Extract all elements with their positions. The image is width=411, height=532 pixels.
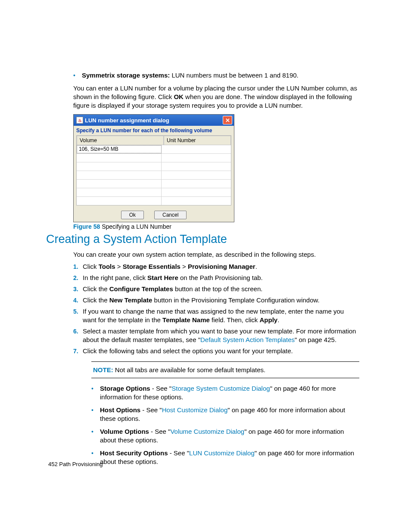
t: - See " (140, 406, 162, 414)
footer-section: Path Provisioning (58, 461, 103, 467)
bullet-rest: LUN numbers must be between 1 and 8190. (170, 72, 299, 79)
t: . (255, 263, 257, 270)
step-6: 6. Select a master template from which y… (73, 327, 359, 344)
step-1: 1. Click Tools > Storage Essentials > Pr… (73, 262, 359, 271)
bullet-icon: • (91, 427, 100, 445)
table-row[interactable] (77, 180, 231, 188)
t: - See " (168, 449, 190, 457)
table-row[interactable] (77, 171, 231, 180)
bullet-icon: • (91, 384, 100, 401)
section-heading: Creating a System Action Template (46, 233, 359, 246)
note-label: NOTE: (93, 366, 113, 373)
t: Template Name (162, 316, 210, 324)
t: Host Options (100, 406, 140, 414)
table-row[interactable] (77, 197, 231, 205)
bullet-text: Symmetrix storage systems: LUN numbers m… (82, 71, 359, 80)
t: Start Here (147, 274, 178, 281)
table-row[interactable]: 106, Size=50 MB (77, 145, 231, 154)
t: button at the top of the screen. (173, 285, 263, 292)
t: on the Path Provisioning tab. (178, 274, 263, 281)
step-3: 3. Click the Configure Templates button … (73, 285, 359, 293)
section-intro: You can create your own system action te… (73, 250, 359, 259)
marker: 2. (73, 274, 83, 282)
t: Click (83, 263, 99, 270)
t: Apply (259, 316, 277, 324)
bullet-icon: • (73, 71, 82, 80)
t: Provisioning Manager (188, 263, 255, 270)
t: Configure Templates (109, 285, 173, 292)
t: Click the (83, 285, 109, 292)
dialog-title: LUN number assignment dialog (85, 117, 169, 124)
marker: 3. (73, 285, 83, 293)
col-unit[interactable]: Unit Number (164, 136, 231, 145)
note-box: NOTE: Not all tabs are available for som… (91, 361, 359, 378)
table-row[interactable] (77, 162, 231, 171)
t: . (277, 316, 279, 324)
t: Host Security Options (100, 449, 168, 457)
t: Volume Options (100, 428, 149, 435)
intro-block: • Symmetrix storage systems: LUN numbers… (73, 71, 359, 230)
link-default-templates[interactable]: Default System Action Templates (200, 336, 295, 343)
table-header: Volume Unit Number (77, 136, 231, 145)
col-volume[interactable]: Volume (77, 136, 164, 145)
t: In the right pane, click (83, 274, 147, 281)
table-row[interactable] (77, 154, 231, 162)
link-lun-dialog[interactable]: LUN Customize Dialog (189, 449, 255, 457)
marker: 7. (73, 347, 83, 355)
page: • Symmetrix storage systems: LUN numbers… (0, 0, 411, 532)
option-host: • Host Options - See "Host Customize Dia… (91, 406, 359, 423)
t: button in the Provisioning Template Conf… (152, 296, 319, 304)
note-text: Not all tabs are available for some defa… (113, 366, 266, 373)
step-7: 7. Click the following tabs and select t… (73, 347, 359, 355)
cancel-button[interactable]: Cancel (154, 211, 187, 219)
option-host-security: • Host Security Options - See "LUN Custo… (91, 449, 359, 466)
t: Storage Options (100, 385, 150, 392)
intro-para: You can enter a LUN number for a volume … (73, 84, 359, 110)
t: - See " (150, 385, 172, 392)
t: " on page 425. (295, 336, 336, 343)
step-5: 5. If you want to change the name that w… (73, 307, 359, 324)
figure-caption: Figure 58 Specifying a LUN Number (73, 223, 359, 230)
t: Storage Essentials (123, 263, 181, 270)
options-list: • Storage Options - See "Storage System … (91, 384, 359, 466)
bullet-label: Symmetrix storage systems: (82, 72, 170, 79)
intro-bullet: • Symmetrix storage systems: LUN numbers… (73, 71, 359, 80)
link-host-dialog[interactable]: Host Customize Dialog (162, 406, 228, 414)
cell-volume: 106, Size=50 MB (77, 145, 162, 153)
t: OK (174, 93, 184, 100)
figure-label: Figure 58 (73, 223, 100, 230)
marker: 6. (73, 327, 83, 344)
marker: 1. (73, 262, 83, 271)
step-4: 4. Click the New Template button in the … (73, 296, 359, 305)
t: Click the following tabs and select the … (83, 347, 293, 355)
lun-dialog: ♨ LUN number assignment dialog ✕ Specify… (73, 114, 234, 222)
page-number: 452 (48, 461, 58, 467)
section-body: You can create your own system action te… (73, 250, 359, 466)
dialog-subtitle: Specify a LUN number for each of the fol… (74, 126, 234, 134)
link-storage-dialog[interactable]: Storage System Customize Dialog (171, 385, 270, 392)
dialog-buttons: Ok Cancel (74, 208, 234, 222)
java-icon: ♨ (76, 117, 83, 124)
t: > (181, 263, 188, 270)
figure-text: Specifying a LUN Number (100, 223, 171, 230)
marker: 4. (73, 296, 83, 305)
close-icon[interactable]: ✕ (223, 116, 232, 124)
step-2: 2. In the right pane, click Start Here o… (73, 274, 359, 282)
bullet-icon: • (91, 406, 100, 423)
t: New Template (109, 296, 153, 304)
t: > (115, 263, 123, 270)
page-footer: 452 Path Provisioning (48, 461, 103, 467)
dialog-titlebar: ♨ LUN number assignment dialog ✕ (74, 115, 234, 126)
option-storage: • Storage Options - See "Storage System … (91, 384, 359, 401)
link-volume-dialog[interactable]: Volume Customize Dialog (170, 428, 244, 435)
marker: 5. (73, 307, 83, 324)
t: Tools (99, 263, 115, 270)
t: - See " (149, 428, 171, 435)
table-row[interactable] (77, 188, 231, 197)
t: field. Then, click (210, 316, 260, 324)
t: Click the (83, 296, 109, 304)
option-volume: • Volume Options - See "Volume Customize… (91, 427, 359, 445)
ok-button[interactable]: Ok (121, 211, 144, 219)
dialog-table: Volume Unit Number 106, Size=50 MB (76, 135, 231, 205)
